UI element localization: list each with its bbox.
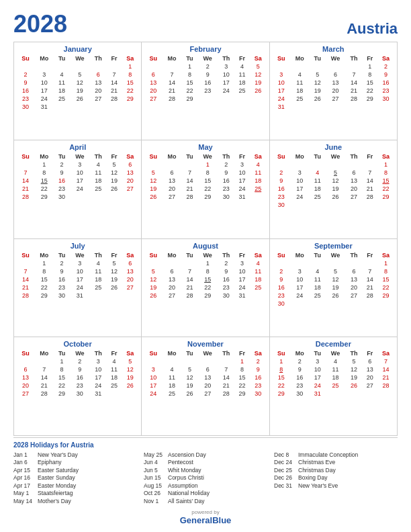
holiday-date: Apr 15 [13,467,35,474]
cal-day: 21 [34,382,54,390]
cal-day: 21 [362,185,377,193]
cal-day: 3 [90,357,107,365]
month-block-june: JuneSuMoTuWeThFrSa1234567891011121314151… [270,140,398,238]
cal-day [310,62,325,71]
day-header-mo: Mo [290,152,310,161]
month-name: July [17,242,138,250]
day-header-tu: Tu [310,251,325,259]
cal-day: 10 [90,365,107,373]
day-header-tu: Tu [310,54,325,62]
cal-day [377,201,394,209]
cal-day [290,259,310,267]
cal-day: 13 [122,169,138,177]
cal-day: 7 [34,365,54,373]
cal-day: 1 [182,62,197,71]
cal-day: 12 [325,275,345,283]
cal-day: 29 [34,193,54,201]
cal-day: 29 [34,292,54,300]
cal-day: 10 [34,79,54,87]
holiday-name: Christmas Day [298,467,336,474]
day-header-su: Su [273,152,290,161]
cal-day: 12 [107,267,122,275]
cal-day [34,357,54,365]
day-header-su: Su [17,349,34,357]
cal-day: 16 [54,177,69,185]
cal-day: 27 [346,193,363,201]
cal-day: 23 [290,382,310,390]
day-header-sa: Sa [250,54,267,62]
cal-day: 6 [122,161,138,169]
day-header-fr: Fr [362,54,377,62]
cal-day: 20 [362,373,377,382]
cal-day [162,161,181,169]
cal-day: 8 [54,365,69,373]
cal-day: 1 [54,357,69,365]
day-header-we: We [197,251,218,259]
cal-day: 16 [377,79,394,87]
month-name: August [144,242,266,250]
cal-day [362,259,377,267]
cal-day: 9 [290,365,310,373]
cal-day [70,193,90,201]
cal-day: 22 [34,283,54,292]
cal-day: 6 [144,71,162,79]
cal-day: 8 [122,71,138,79]
cal-day: 13 [346,275,363,283]
cal-day: 20 [17,382,34,390]
cal-day: 13 [346,177,363,185]
cal-day: 1 [234,357,250,365]
cal-day: 18 [290,87,310,95]
holiday-item: Aug 15Assumption [144,482,267,489]
cal-table: SuMoTuWeThFrSa12345678910111213141516171… [144,152,266,201]
cal-day: 8 [234,365,250,373]
cal-day: 23 [197,87,218,95]
cal-day: 5 [346,357,363,365]
day-header-tu: Tu [54,251,69,259]
cal-day: 15 [182,79,197,87]
cal-day: 10 [234,267,250,275]
cal-day: 2 [54,259,69,267]
cal-day: 16 [290,373,310,382]
cal-day: 21 [162,87,181,95]
cal-day [362,103,377,111]
cal-day [325,201,345,209]
cal-day: 7 [162,71,181,79]
cal-day [144,161,162,169]
cal-day: 22 [197,185,218,193]
cal-day: 13 [162,275,181,283]
cal-day: 26 [310,95,325,103]
day-header-th: Th [218,54,234,62]
month-block-september: SeptemberSuMoTuWeThFrSa12345678910111213… [270,239,398,337]
footer: powered by GeneralBlue [13,509,398,525]
cal-day: 21 [17,185,34,193]
cal-day [346,300,363,308]
cal-day: 25 [162,390,181,398]
cal-day: 28 [17,292,34,300]
day-header-th: Th [90,152,107,161]
cal-day: 6 [162,267,181,275]
cal-day: 26 [325,292,345,300]
cal-day: 30 [70,390,90,398]
cal-day: 29 [54,390,69,398]
day-header-th: Th [90,251,107,259]
cal-day: 29 [273,390,290,398]
cal-day: 10 [310,365,325,373]
cal-day: 7 [377,357,394,365]
cal-day: 16 [70,373,90,382]
cal-day: 1 [377,259,394,267]
cal-day: 10 [273,79,290,87]
cal-day [162,259,181,267]
cal-day: 26 [122,382,138,390]
cal-day [70,62,90,71]
cal-day [107,103,122,111]
month-name: June [273,143,394,151]
cal-day: 27 [197,390,218,398]
holiday-item: Nov 1All Saints' Day [144,498,267,504]
cal-day [325,103,345,111]
holiday-item: May 1Staatsfeiertag [13,490,137,496]
day-header-fr: Fr [107,54,122,62]
cal-table: SuMoTuWeThFrSa12345678910111213141516171… [17,54,138,111]
cal-day: 2 [290,357,310,365]
holiday-name: Staatsfeiertag [38,490,73,496]
cal-day: 17 [218,79,234,87]
